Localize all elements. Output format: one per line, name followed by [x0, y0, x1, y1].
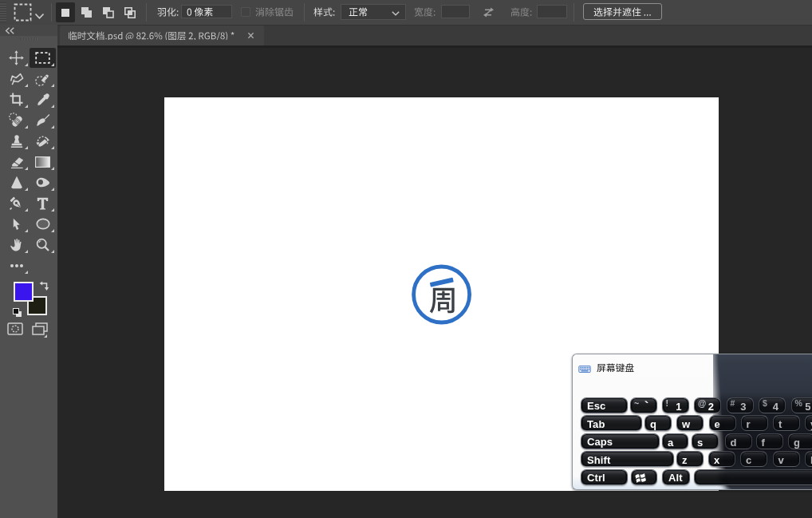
- key-e-label: e: [715, 418, 720, 430]
- key-ctrl[interactable]: Ctrl: [581, 469, 628, 485]
- key-1-label: !: [666, 398, 669, 408]
- key-d[interactable]: d: [725, 433, 752, 449]
- key-g[interactable]: g: [788, 433, 812, 449]
- key-q-label: q: [650, 418, 656, 430]
- key-5[interactable]: %5: [791, 397, 812, 413]
- tool-path-selection[interactable]: [3, 214, 30, 234]
- style-label-icon: [313, 7, 335, 17]
- key-2[interactable]: @2: [694, 397, 721, 413]
- flyout-indicator: [25, 63, 28, 66]
- key-1[interactable]: !1: [662, 397, 689, 413]
- tool-crop[interactable]: [3, 89, 30, 109]
- tool-blur[interactable]: [3, 172, 30, 192]
- tool-clone-stamp[interactable]: [3, 131, 30, 151]
- key-esc[interactable]: Esc: [581, 397, 628, 413]
- tool-hand-icon: [10, 238, 23, 251]
- selection-mode-intersect-button[interactable]: [120, 2, 140, 22]
- logo-circle-artwork: [409, 262, 475, 327]
- key-c[interactable]: c: [740, 451, 767, 467]
- key-x[interactable]: x: [708, 451, 735, 467]
- tab-close-icon[interactable]: [247, 32, 254, 39]
- key-windows[interactable]: [631, 469, 658, 485]
- key-r-label: r: [747, 418, 751, 430]
- key-y[interactable]: y: [805, 415, 812, 431]
- key-a[interactable]: a: [662, 433, 688, 449]
- key-r[interactable]: r: [741, 415, 768, 431]
- key-e[interactable]: e: [709, 415, 736, 431]
- key-t[interactable]: t: [773, 415, 800, 431]
- document-tab[interactable]: [60, 26, 264, 45]
- tool-spot-healing[interactable]: [3, 110, 30, 130]
- tool-type[interactable]: [30, 193, 56, 213]
- foreground-color-swatch[interactable]: [14, 282, 34, 302]
- tool-dodge[interactable]: [30, 172, 56, 192]
- tool-preset-chevron-icon[interactable]: [34, 9, 45, 23]
- key-caps[interactable]: Caps: [581, 433, 660, 449]
- options-bar-gripper[interactable]: [0, 2, 6, 22]
- flyout-indicator: [51, 84, 54, 87]
- tool-zoom[interactable]: [30, 235, 56, 255]
- key-`-label: ~: [634, 398, 639, 408]
- logo-artwork: [409, 262, 475, 330]
- style-select[interactable]: [341, 4, 406, 20]
- tool-brush[interactable]: [30, 110, 56, 130]
- osk-titlebar[interactable]: [578, 364, 634, 374]
- tool-gradient[interactable]: [30, 152, 56, 172]
- flyout-indicator: [44, 334, 47, 338]
- key-w-label: w: [682, 418, 690, 430]
- tool-ellipse[interactable]: [30, 214, 56, 234]
- height-input[interactable]: [537, 5, 567, 18]
- flyout-indicator: [51, 250, 54, 253]
- selection-mode-new-button[interactable]: [56, 2, 75, 22]
- width-input[interactable]: [441, 5, 470, 18]
- tool-preset-icon-icon: [14, 3, 32, 22]
- key-4[interactable]: $4: [759, 397, 786, 413]
- key-shift[interactable]: Shift: [581, 451, 674, 467]
- select-and-mask-button[interactable]: [583, 3, 662, 20]
- swap-colors-icon[interactable]: [39, 280, 49, 295]
- tool-history-brush[interactable]: [30, 131, 56, 151]
- key-esc-label: Esc: [587, 400, 605, 412]
- quick-mask-button[interactable]: [7, 322, 23, 338]
- tool-eyedropper[interactable]: [30, 89, 56, 109]
- default-colors-icon-fg[interactable]: [13, 308, 19, 314]
- tool-quick-selection[interactable]: [30, 69, 56, 89]
- key-alt[interactable]: Alt: [662, 469, 690, 485]
- key-w[interactable]: w: [676, 415, 704, 431]
- canvas-area[interactable]: Esc~`!1@2#3$4%5TabqwertyCapsasdfgShiftzx…: [57, 45, 812, 518]
- tool-preset-chevron-icon-icon: [34, 13, 45, 20]
- key-q[interactable]: q: [644, 415, 672, 431]
- flyout-indicator: [51, 229, 54, 232]
- flyout-indicator: [51, 208, 54, 212]
- swap-dimensions-icon[interactable]: [481, 6, 495, 22]
- edit-toolbar-button[interactable]: [3, 255, 30, 275]
- feather-input[interactable]: [181, 5, 232, 18]
- selection-mode-subtract-button[interactable]: [99, 2, 118, 22]
- tool-preset-icon[interactable]: [14, 3, 32, 25]
- key-v[interactable]: v: [773, 451, 800, 467]
- tool-eyedropper-icon: [36, 93, 50, 107]
- tool-move[interactable]: [3, 48, 30, 68]
- key-tab[interactable]: Tab: [581, 415, 642, 431]
- tool-rectangular-marquee[interactable]: [30, 48, 56, 68]
- key-b[interactable]: b: [805, 451, 812, 467]
- collapse-panel-button[interactable]: [0, 25, 57, 36]
- screen-mode-button[interactable]: [32, 322, 49, 339]
- key-z-label: z: [682, 454, 688, 466]
- key-z[interactable]: z: [676, 451, 704, 467]
- style-select-chevron-icon: [392, 11, 400, 16]
- tool-eraser[interactable]: [3, 152, 30, 172]
- selection-mode-add-button[interactable]: [77, 2, 97, 22]
- tool-pen[interactable]: [3, 193, 30, 213]
- key-5-label: 5: [805, 401, 810, 413]
- key-space[interactable]: [694, 469, 812, 485]
- antialias-checkbox[interactable]: [241, 7, 250, 17]
- key-f[interactable]: f: [756, 433, 783, 449]
- tool-lasso[interactable]: [3, 69, 30, 89]
- key-`[interactable]: ~`: [630, 397, 657, 413]
- key-s[interactable]: s: [692, 433, 719, 449]
- tool-hand[interactable]: [3, 235, 30, 255]
- key-caps-label: Caps: [587, 436, 613, 448]
- flyout-indicator: [51, 125, 54, 129]
- key-3[interactable]: #3: [727, 397, 754, 413]
